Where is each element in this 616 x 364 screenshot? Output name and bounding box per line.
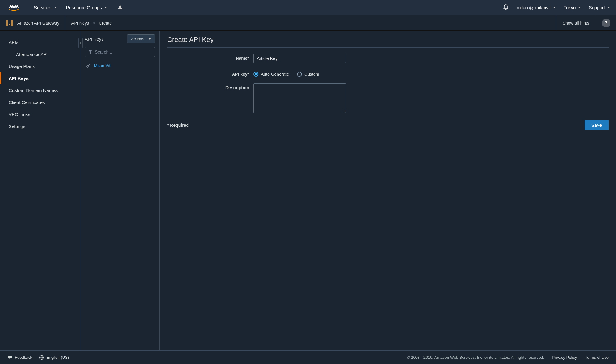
top-nav: aws Services Resource Groups milan @ mil… xyxy=(0,0,616,15)
radio-custom-label: Custom xyxy=(304,72,319,77)
description-label: Description xyxy=(167,83,253,90)
caret-down-icon xyxy=(607,7,610,8)
sidebar-item-settings[interactable]: Settings xyxy=(0,120,80,132)
sidebar-item-apis[interactable]: APIs xyxy=(0,36,80,48)
content-area: Create API Key Name* API key* Auto Gener… xyxy=(160,31,616,350)
region-label: Tokyo xyxy=(564,5,576,10)
filter-icon xyxy=(88,50,92,54)
sidebar-item-attendance-api[interactable]: Attendance API xyxy=(0,48,80,60)
aws-logo[interactable]: aws xyxy=(6,3,22,12)
save-button[interactable]: Save xyxy=(585,120,609,130)
page-title: Create API Key xyxy=(167,36,609,48)
topnav-right: milan @ milanvit Tokyo Support xyxy=(503,4,610,11)
radio-custom[interactable]: Custom xyxy=(297,72,319,77)
feedback-label: Feedback xyxy=(15,355,32,360)
api-key-label: API key* xyxy=(167,70,253,77)
globe-icon xyxy=(39,355,44,360)
api-key-radio-group: Auto Generate Custom xyxy=(253,70,319,77)
sidebar-item-custom-domain-names[interactable]: Custom Domain Names xyxy=(0,84,80,96)
breadcrumb: API Keys > Create xyxy=(65,21,112,26)
chevron-left-icon xyxy=(79,42,81,45)
region-menu[interactable]: Tokyo xyxy=(564,5,581,10)
language-label: English (US) xyxy=(47,355,69,360)
copyright-text: © 2008 - 2019, Amazon Web Services, Inc.… xyxy=(407,355,544,360)
privacy-policy-link[interactable]: Privacy Policy xyxy=(552,355,577,360)
svg-rect-0 xyxy=(6,20,8,26)
sidebar-nav: APIs Attendance API Usage Plans API Keys… xyxy=(0,31,80,350)
resource-groups-label: Resource Groups xyxy=(66,5,102,10)
name-input[interactable] xyxy=(253,54,346,63)
account-menu[interactable]: milan @ milanvit xyxy=(517,5,556,10)
api-gateway-icon xyxy=(6,19,14,27)
chat-icon xyxy=(7,355,12,360)
breadcrumb-item-apikeys[interactable]: API Keys xyxy=(71,21,89,26)
radio-auto-generate[interactable]: Auto Generate xyxy=(253,72,289,77)
sub-header: Amazon API Gateway API Keys > Create Sho… xyxy=(0,15,616,31)
services-menu[interactable]: Services xyxy=(34,5,57,10)
sidebar-item-vpc-links[interactable]: VPC Links xyxy=(0,108,80,120)
svg-rect-2 xyxy=(9,22,10,22)
description-textarea[interactable] xyxy=(253,83,346,113)
language-selector[interactable]: English (US) xyxy=(39,355,69,360)
support-menu[interactable]: Support xyxy=(589,5,610,10)
breadcrumb-item-create[interactable]: Create xyxy=(99,21,112,26)
required-note: * Required xyxy=(167,123,189,128)
api-key-item-label: Milan Vit xyxy=(94,63,110,68)
footer: Feedback English (US) © 2008 - 2019, Ama… xyxy=(0,350,616,364)
radio-auto-label: Auto Generate xyxy=(261,72,289,77)
pin-button[interactable] xyxy=(118,5,122,10)
help-icon: ? xyxy=(602,19,610,27)
radio-checked-icon xyxy=(253,72,258,77)
bell-icon xyxy=(503,4,509,10)
account-label: milan @ milanvit xyxy=(517,5,551,10)
svg-rect-3 xyxy=(9,23,10,23)
name-label: Name* xyxy=(167,54,253,61)
caret-down-icon xyxy=(553,7,556,8)
terms-of-use-link[interactable]: Terms of Use xyxy=(585,355,609,360)
api-key-list-item[interactable]: Milan Vit xyxy=(85,61,155,70)
feedback-link[interactable]: Feedback xyxy=(7,355,32,360)
service-badge[interactable]: Amazon API Gateway xyxy=(0,15,65,30)
caret-down-icon xyxy=(148,38,151,40)
api-keys-panel-title: API Keys xyxy=(85,36,104,42)
breadcrumb-separator: > xyxy=(93,21,95,26)
search-wrap[interactable] xyxy=(85,47,155,57)
sidebar-item-usage-plans[interactable]: Usage Plans xyxy=(0,60,80,72)
sidebar-item-api-keys[interactable]: API Keys xyxy=(0,72,80,84)
show-all-hints-link[interactable]: Show all hints xyxy=(556,15,596,30)
svg-point-5 xyxy=(87,66,88,67)
notifications-button[interactable] xyxy=(503,4,509,11)
actions-label: Actions xyxy=(131,37,144,41)
help-button[interactable]: ? xyxy=(596,15,616,30)
resource-groups-menu[interactable]: Resource Groups xyxy=(66,5,107,10)
pin-icon xyxy=(118,5,122,10)
svg-rect-1 xyxy=(11,20,13,26)
caret-down-icon xyxy=(104,7,107,8)
caret-down-icon xyxy=(578,7,581,8)
search-input[interactable] xyxy=(95,50,152,54)
svg-rect-4 xyxy=(9,24,10,25)
radio-unchecked-icon xyxy=(297,72,302,77)
main-area: APIs Attendance API Usage Plans API Keys… xyxy=(0,31,616,350)
actions-button[interactable]: Actions xyxy=(127,34,155,43)
key-icon xyxy=(86,63,91,68)
caret-down-icon xyxy=(54,7,57,8)
sidebar-item-client-certificates[interactable]: Client Certificates xyxy=(0,96,80,108)
api-keys-panel: API Keys Actions Milan Vit xyxy=(80,31,160,350)
support-label: Support xyxy=(589,5,605,10)
aws-swoosh-icon xyxy=(8,9,20,12)
collapse-sidebar-handle[interactable] xyxy=(78,38,83,48)
services-label: Services xyxy=(34,5,52,10)
service-name: Amazon API Gateway xyxy=(17,21,59,26)
